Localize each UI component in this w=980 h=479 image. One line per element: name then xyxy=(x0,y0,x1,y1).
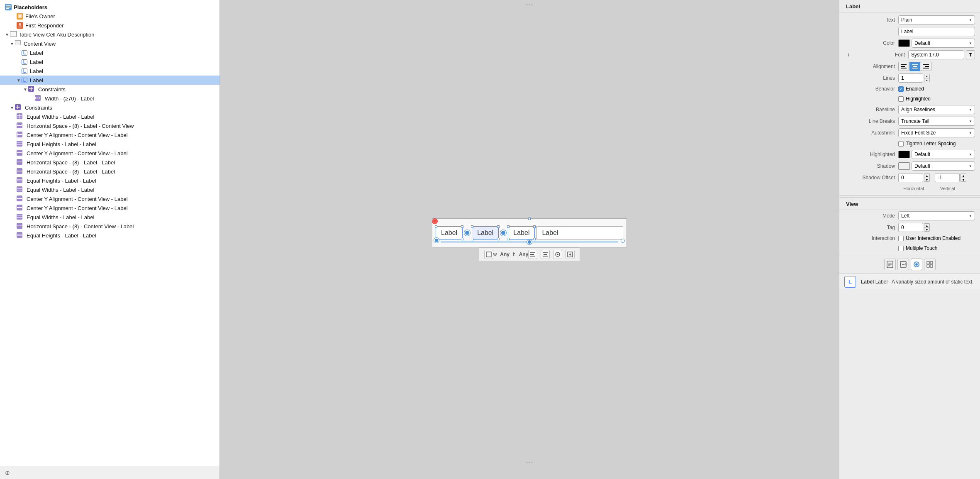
tree-item-c13[interactable]: Horizontal Space - (8) - Content View - … xyxy=(0,222,219,231)
tab-icon-circle[interactable] xyxy=(911,259,922,270)
autoshrink-select[interactable]: Fixed Font Size ▼ xyxy=(898,128,975,137)
tab-icon-file[interactable] xyxy=(884,259,896,270)
horizontal-label: Horizontal xyxy=(898,186,929,191)
tree-item-label2[interactable]: L Label xyxy=(0,57,219,66)
align-left-btn[interactable] xyxy=(528,250,537,259)
highlighted-color-select[interactable]: Default ▼ xyxy=(912,150,975,159)
tree-item-label3[interactable]: L Label xyxy=(0,66,219,76)
text-type-select[interactable]: Plain ▼ xyxy=(898,15,975,24)
shadow-h-input[interactable]: 0 xyxy=(898,173,923,182)
mode-select[interactable]: Left ▼ xyxy=(898,211,975,220)
svg-rect-66 xyxy=(530,254,534,255)
shadow-h-decrement[interactable]: ▼ xyxy=(924,178,930,182)
tree-item-c6[interactable]: Horizontal Space - (8) - Label - Label xyxy=(0,158,219,167)
align-left-button[interactable] xyxy=(898,62,909,71)
first-responder-icon xyxy=(17,22,24,29)
tree-item-table-view-cell[interactable]: ▼ Table View Cell Aku Description xyxy=(0,30,219,39)
tighten-checkbox[interactable] xyxy=(898,141,904,147)
c2-text: Horizontal Space - (8) - Label - Content… xyxy=(27,123,134,129)
tree-item-c8[interactable]: Equal Heights - Label - Label xyxy=(0,176,219,185)
align-right-button[interactable] xyxy=(921,62,931,71)
lines-increment[interactable]: ▲ xyxy=(924,74,930,78)
align-center-btn[interactable] xyxy=(541,250,550,259)
content-view-arrow: ▼ xyxy=(10,42,15,46)
color-swatch[interactable] xyxy=(898,39,910,47)
shadow-v-increment[interactable]: ▲ xyxy=(960,174,966,178)
mode-prop-value: Left ▼ xyxy=(898,211,975,220)
c4-text: Equal Heights - Label - Label xyxy=(27,141,96,147)
canvas-toolbar-btn1[interactable] xyxy=(484,250,493,259)
tree-item-c4[interactable]: Equal Heights - Label - Label xyxy=(0,139,219,149)
constraints-main-icon xyxy=(15,104,22,111)
tag-decrement[interactable]: ▼ xyxy=(924,227,930,232)
tree-item-c7[interactable]: Horizontal Space - (8) - Label - Label xyxy=(0,167,219,176)
label-box-3[interactable]: Label xyxy=(508,226,535,240)
tab-icon-grid[interactable] xyxy=(924,259,936,270)
add-item-button[interactable]: ⊕ xyxy=(3,469,12,477)
tree-item-c10[interactable]: Center Y Alignment - Content View - Labe… xyxy=(0,194,219,203)
resolve-btn[interactable] xyxy=(566,250,575,259)
tree-item-files-owner[interactable]: File's Owner xyxy=(0,12,219,21)
text-content-field[interactable]: Label xyxy=(898,27,975,36)
label-box-2[interactable]: Label xyxy=(472,226,499,240)
baseline-select[interactable]: Align Baselines ▼ xyxy=(898,105,975,114)
tree-item-c12[interactable]: Equal Widths - Label - Label xyxy=(0,213,219,222)
tag-stepper-btns: ▲ ▼ xyxy=(924,223,930,232)
tree-item-content-view[interactable]: ▼ Content View xyxy=(0,39,219,48)
tree-item-label4[interactable]: ▼ L Label xyxy=(0,76,219,85)
label-box-1-text: Label xyxy=(441,229,457,236)
interaction-prop-row: Interaction User Interaction Enabled xyxy=(839,233,980,243)
view-section-header: View xyxy=(839,197,980,210)
tree-item-c5[interactable]: Center Y Alignment - Content View - Labe… xyxy=(0,149,219,158)
user-interaction-label: User Interaction Enabled xyxy=(906,235,960,241)
bottom-info-text: Label Label - A variably sized amount of… xyxy=(861,279,973,285)
shadow-color-swatch[interactable] xyxy=(898,162,910,170)
svg-rect-47 xyxy=(17,179,22,180)
tree-item-c9[interactable]: Equal Widths - Label - Label xyxy=(0,185,219,194)
lines-decrement[interactable]: ▼ xyxy=(924,78,930,82)
tag-input[interactable]: 0 xyxy=(898,223,923,232)
font-add-button[interactable]: + xyxy=(844,51,853,58)
bottom-left xyxy=(484,250,493,259)
label-box-4[interactable]: Label xyxy=(536,226,623,240)
tree-item-c3[interactable]: Center Y Alignment - Content View - Labe… xyxy=(0,130,219,139)
tag-increment[interactable]: ▲ xyxy=(924,223,930,227)
tree-item-c11[interactable]: Center Y Alignment - Content View - Labe… xyxy=(0,203,219,213)
tree-item-c1[interactable]: Equal Widths - Label - Label xyxy=(0,112,219,121)
label-box-1[interactable]: Label xyxy=(436,226,463,240)
font-style-button[interactable]: T xyxy=(966,50,975,59)
tag-prop-row: Tag 0 ▲ ▼ xyxy=(839,222,980,233)
font-field[interactable]: System 17.0 xyxy=(908,50,964,59)
svg-rect-51 xyxy=(17,190,22,191)
close-button[interactable]: ✕ xyxy=(432,218,438,224)
shadow-h-increment[interactable]: ▲ xyxy=(924,174,930,178)
tree-item-c14[interactable]: Equal Heights - Label - Label xyxy=(0,231,219,240)
user-interaction-checkbox[interactable] xyxy=(898,236,904,241)
highlighted-checkbox[interactable] xyxy=(898,96,904,102)
shadow-v-decrement[interactable]: ▼ xyxy=(960,178,966,182)
tree-item-width-constraint[interactable]: Width - (≥70) - Label xyxy=(0,94,219,103)
enabled-checkbox[interactable]: ✓ xyxy=(898,86,904,92)
c10-text: Center Y Alignment - Content View - Labe… xyxy=(27,196,128,202)
align-center-button[interactable] xyxy=(909,62,920,71)
highlighted-color-label: Highlighted xyxy=(844,152,898,157)
tree-item-constraints-main[interactable]: ▼ Constraints xyxy=(0,103,219,112)
tree-item-constraints-label[interactable]: ▼ Constraints xyxy=(0,85,219,94)
label-box-2-text: Label xyxy=(477,229,493,236)
lines-prop-row: Lines 1 ▲ ▼ xyxy=(839,72,980,84)
linebreaks-select[interactable]: Truncate Tail ▼ xyxy=(898,117,975,126)
left-indicator xyxy=(434,238,439,243)
shadow-v-input[interactable]: -1 xyxy=(935,173,960,182)
color-select[interactable]: Default ▼ xyxy=(912,39,975,48)
tree-item-placeholders[interactable]: Placeholders xyxy=(0,2,219,12)
highlighted-color-swatch[interactable] xyxy=(898,151,910,158)
shadow-select[interactable]: Default ▼ xyxy=(912,161,975,171)
lines-stepper: 1 ▲ ▼ xyxy=(898,73,930,83)
lines-input[interactable]: 1 xyxy=(898,73,923,83)
tab-icon-arrows[interactable] xyxy=(897,259,909,270)
multiple-touch-checkbox[interactable] xyxy=(898,246,904,251)
tree-item-first-responder[interactable]: First Responder xyxy=(0,21,219,30)
tree-item-label1[interactable]: L Label xyxy=(0,48,219,57)
pin-btn[interactable] xyxy=(553,250,562,259)
tree-item-c2[interactable]: Horizontal Space - (8) - Label - Content… xyxy=(0,121,219,130)
